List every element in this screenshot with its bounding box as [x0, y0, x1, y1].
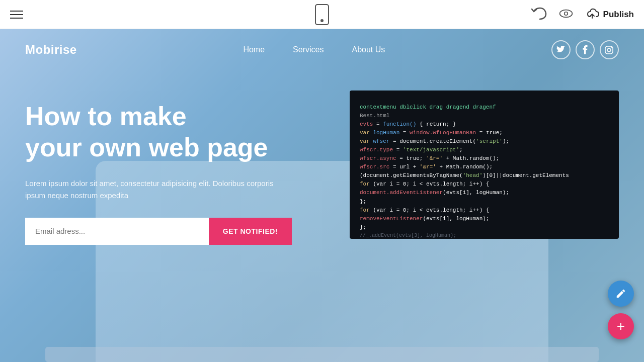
- hero-title-line1: How to make: [25, 102, 187, 131]
- toolbar-center: [315, 4, 329, 25]
- svg-rect-2: [605, 46, 613, 54]
- undo-icon[interactable]: [531, 7, 547, 22]
- facebook-icon[interactable]: [576, 40, 595, 59]
- hero-subtitle: Lorem ipsum dolor sit amet, consectetur …: [25, 177, 287, 202]
- toolbar: Publish: [0, 0, 644, 29]
- website-preview: Mobirise Home Services About Us: [0, 29, 644, 362]
- hamburger-icon[interactable]: [10, 11, 23, 19]
- preview-icon[interactable]: [559, 8, 573, 21]
- code-content: contextmenu dblclick drag dragend dragen…: [350, 96, 619, 239]
- code-bg: contextmenu dblclick drag dragend dragen…: [350, 90, 619, 239]
- hero-text: How to make your own web page Lorem ipsu…: [25, 90, 350, 245]
- mobile-preview-icon[interactable]: [315, 4, 329, 25]
- svg-point-0: [559, 10, 572, 17]
- notify-button[interactable]: GET NOTIFIED!: [209, 218, 292, 245]
- svg-point-1: [564, 12, 568, 15]
- svg-point-3: [607, 48, 611, 52]
- instagram-icon[interactable]: [600, 40, 619, 59]
- hero-title-line2: your own web page: [25, 133, 268, 162]
- site-logo: Mobirise: [25, 43, 77, 57]
- nav-about-us[interactable]: About Us: [338, 41, 399, 58]
- publish-button[interactable]: Publish: [585, 8, 634, 21]
- nav-home[interactable]: Home: [229, 41, 279, 58]
- hero-content: How to make your own web page Lorem ipsu…: [0, 70, 644, 245]
- fab-add-label: +: [617, 318, 625, 334]
- hero-title: How to make your own web page: [25, 101, 350, 163]
- laptop-base: [45, 347, 599, 362]
- twitter-icon[interactable]: [551, 40, 571, 59]
- hero-form: GET NOTIFIED!: [25, 218, 292, 245]
- site-social: [551, 40, 619, 59]
- site-nav: Home Services About Us: [229, 41, 399, 58]
- publish-label: Publish: [603, 10, 634, 20]
- cloud-upload-icon: [585, 8, 599, 21]
- fab-edit-button[interactable]: [608, 281, 634, 307]
- fab-add-button[interactable]: +: [608, 313, 634, 339]
- preview-area: Mobirise Home Services About Us: [0, 29, 644, 362]
- nav-services[interactable]: Services: [279, 41, 338, 58]
- svg-point-4: [611, 47, 612, 48]
- toolbar-left: [10, 11, 23, 19]
- email-input[interactable]: [25, 218, 209, 245]
- toolbar-right: Publish: [531, 7, 634, 22]
- code-screenshot: contextmenu dblclick drag dragend dragen…: [350, 90, 619, 239]
- site-navbar: Mobirise Home Services About Us: [0, 29, 644, 70]
